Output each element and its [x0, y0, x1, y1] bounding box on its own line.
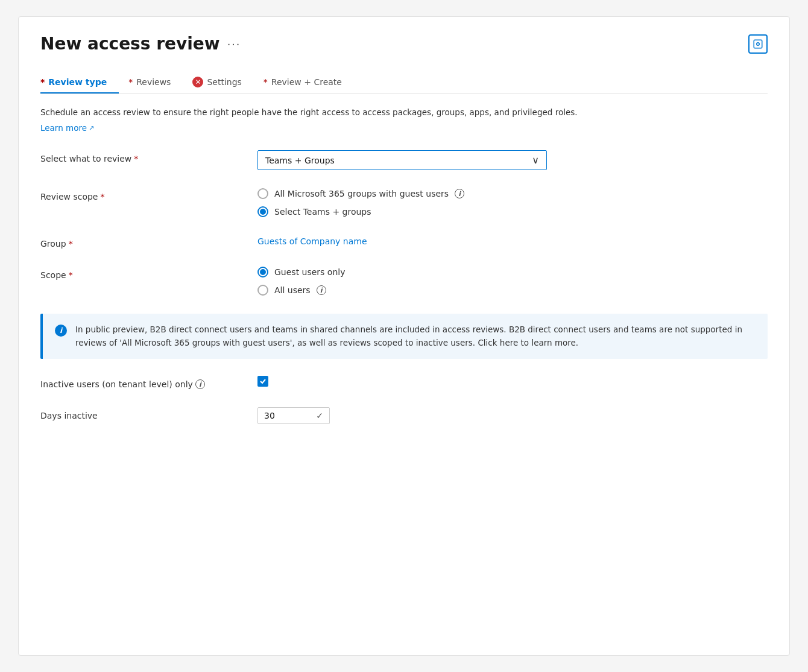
radio-circle-all-m365 [257, 188, 268, 199]
svg-rect-0 [754, 40, 762, 48]
info-icon-inactive-users[interactable]: i [195, 379, 205, 389]
scope-control: Guest users only All users i [257, 267, 768, 296]
radio-all-m365[interactable]: All Microsoft 365 groups with guest user… [257, 188, 768, 199]
tabs-container: * Review type * Reviews ✕ Settings * Rev… [40, 71, 768, 94]
radio-circle-select-teams [257, 206, 268, 217]
header-left: New access review ··· [40, 34, 241, 54]
review-scope-radio-group: All Microsoft 365 groups with guest user… [257, 188, 768, 217]
inactive-users-checkbox-wrapper [257, 376, 768, 387]
info-icon-all-users[interactable]: i [317, 285, 326, 295]
radio-circle-guest-users [257, 267, 268, 277]
group-row: Group * Guests of Company name [40, 235, 768, 249]
description-text: Schedule an access review to ensure the … [40, 106, 768, 118]
tab-review-create[interactable]: * Review + Create [264, 71, 354, 93]
info-box-text: In public preview, B2B direct connect us… [75, 323, 756, 349]
days-inactive-row: Days inactive 30 ✓ [40, 407, 768, 424]
checkmark-icon: ✓ [316, 411, 323, 420]
inactive-users-checkbox[interactable] [257, 376, 268, 387]
info-icon-all-m365[interactable]: i [455, 189, 464, 198]
settings-error-icon: ✕ [192, 77, 203, 87]
scope-radio-group: Guest users only All users i [257, 267, 768, 296]
select-what-control: Teams + Groups ∨ [257, 150, 768, 170]
review-scope-control: All Microsoft 365 groups with guest user… [257, 188, 768, 217]
days-inactive-label: Days inactive [40, 407, 257, 420]
tab-reviews[interactable]: * Reviews [128, 71, 183, 93]
radio-all-users[interactable]: All users i [257, 285, 768, 296]
scope-row: Scope * Guest users only All users i [40, 267, 768, 296]
radio-select-teams[interactable]: Select Teams + groups [257, 206, 768, 217]
review-scope-label: Review scope * [40, 188, 257, 201]
svg-point-1 [757, 42, 760, 45]
radio-guest-users-only[interactable]: Guest users only [257, 267, 768, 277]
group-label: Group * [40, 235, 257, 249]
group-link[interactable]: Guests of Company name [257, 236, 367, 246]
days-inactive-control: 30 ✓ [257, 407, 768, 424]
inactive-users-label: Inactive users (on tenant level) only i [40, 376, 257, 389]
select-what-label: Select what to review * [40, 150, 257, 163]
chevron-down-icon: ∨ [532, 154, 539, 166]
main-card: New access review ··· * Review type * Re… [18, 16, 790, 656]
select-what-row: Select what to review * Teams + Groups ∨ [40, 150, 768, 170]
days-inactive-dropdown[interactable]: 30 ✓ [257, 407, 330, 424]
select-what-dropdown[interactable]: Teams + Groups ∨ [257, 150, 547, 170]
review-scope-row: Review scope * All Microsoft 365 groups … [40, 188, 768, 217]
page-title: New access review [40, 34, 220, 54]
scope-label: Scope * [40, 267, 257, 280]
tab-settings[interactable]: ✕ Settings [192, 71, 253, 94]
header-row: New access review ··· [40, 34, 768, 54]
ellipsis-button[interactable]: ··· [227, 37, 241, 51]
group-control: Guests of Company name [257, 235, 768, 247]
info-box: i In public preview, B2B direct connect … [40, 314, 768, 359]
info-box-icon: i [55, 325, 67, 337]
radio-circle-all-users [257, 285, 268, 296]
tab-review-type[interactable]: * Review type [40, 71, 119, 93]
form-section: Select what to review * Teams + Groups ∨… [40, 150, 768, 296]
learn-more-link[interactable]: Learn more [40, 123, 94, 133]
inactive-users-row: Inactive users (on tenant level) only i [40, 376, 768, 389]
inactive-users-control [257, 376, 768, 387]
target-icon[interactable] [748, 34, 768, 54]
